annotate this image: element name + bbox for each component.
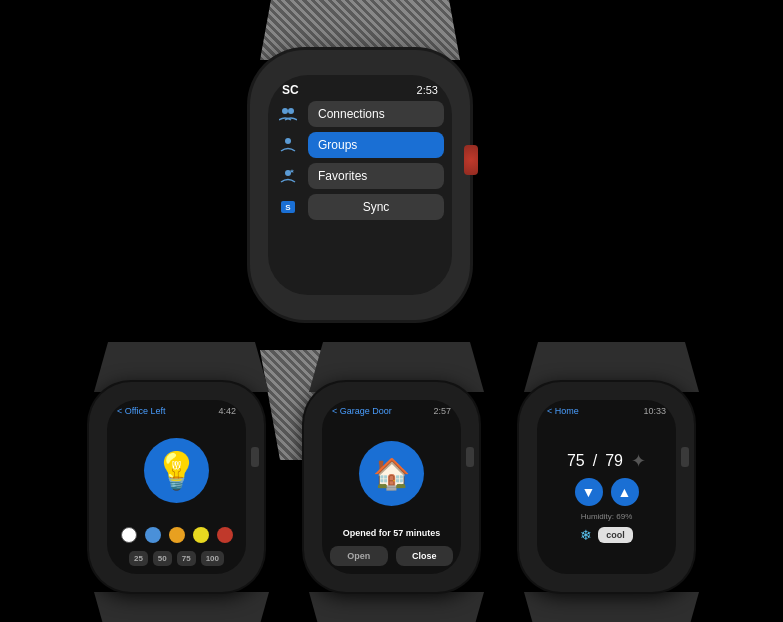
sw-crown-2 [466,447,474,467]
menu-row-favorites: Favorites [276,163,444,189]
home-back[interactable]: < Home [547,406,579,416]
watch-header: SC 2:53 [268,75,452,101]
favorites-icon [276,164,300,188]
pct-75[interactable]: 75 [177,551,196,566]
office-back[interactable]: < Office Left [117,406,166,416]
watch-crown [464,145,478,175]
temp-display: 75 / 79 ✦ [567,450,646,472]
home-content: 75 / 79 ✦ ▼ ▲ Humidity: 69% ❄ cool [537,418,676,574]
temp-up-button[interactable]: ▲ [611,478,639,506]
small-watches-row: < Office Left 4:42 💡 25 50 75 [0,372,783,612]
sw-body-1: < Office Left 4:42 💡 25 50 75 [89,382,264,592]
dot-blue[interactable] [145,527,161,543]
watch-body: SC 2:53 Connections [250,50,470,320]
favorites-button[interactable]: Favorites [308,163,444,189]
temp-current: 75 [567,452,585,470]
sw-band-bottom-3 [524,592,699,622]
temp-target: 79 [605,452,623,470]
menu-row-groups: Groups [276,132,444,158]
sw-band-bottom-2 [309,592,484,622]
main-watch: SC 2:53 Connections [200,10,540,390]
pct-25[interactable]: 25 [129,551,148,566]
groups-icon [276,133,300,157]
dot-white[interactable] [121,527,137,543]
temp-controls: ▼ ▲ [575,478,639,506]
close-button[interactable]: Close [396,546,454,566]
sw-body-3: < Home 10:33 75 / 79 ✦ ▼ ▲ Humidity [519,382,694,592]
garage-header: < Garage Door 2:57 [322,400,461,418]
connections-button[interactable]: Connections [308,101,444,127]
sync-button[interactable]: Sync [308,194,444,220]
svg-point-3 [285,170,291,176]
menu-row-connections: Connections [276,101,444,127]
office-time: 4:42 [218,406,236,416]
snowflake-icon: ❄ [580,527,592,543]
watch-screen-main: SC 2:53 Connections [268,75,452,295]
office-watch: < Office Left 4:42 💡 25 50 75 [79,372,274,612]
pct-100[interactable]: 100 [201,551,224,566]
sw-band-bottom-1 [94,592,269,622]
bulb-area: 💡 [107,418,246,523]
menu-row-sync: S Sync [276,194,444,220]
garage-area: 🏠 [322,418,461,528]
pct-buttons: 25 50 75 100 [107,547,246,574]
dot-red[interactable] [217,527,233,543]
home-screen: < Home 10:33 75 / 79 ✦ ▼ ▲ Humidity [537,400,676,574]
open-button[interactable]: Open [330,546,388,566]
sw-crown-1 [251,447,259,467]
bulb-icon[interactable]: 💡 [144,438,209,503]
svg-point-2 [285,138,291,144]
connections-icon [276,102,300,126]
watch-initials: SC [282,83,299,97]
office-screen: < Office Left 4:42 💡 25 50 75 [107,400,246,574]
mode-buttons: ❄ cool [580,527,633,543]
sync-icon: S [276,195,300,219]
svg-text:S: S [285,203,291,212]
garage-status: Opened for 57 minutes [322,528,461,546]
home-time: 10:33 [643,406,666,416]
color-dots [107,523,246,547]
garage-back[interactable]: < Garage Door [332,406,392,416]
garage-screen: < Garage Door 2:57 🏠 Opened for 57 minut… [322,400,461,574]
groups-button[interactable]: Groups [308,132,444,158]
temp-down-button[interactable]: ▼ [575,478,603,506]
home-watch: < Home 10:33 75 / 79 ✦ ▼ ▲ Humidity [509,372,704,612]
pct-50[interactable]: 50 [153,551,172,566]
home-header: < Home 10:33 [537,400,676,418]
cool-button[interactable]: cool [598,527,633,543]
garage-icon[interactable]: 🏠 [359,441,424,506]
garage-time: 2:57 [433,406,451,416]
menu-items: Connections Groups [268,101,452,295]
humidity-label: Humidity: 69% [581,512,633,521]
fan-icon: ✦ [631,450,646,472]
temp-sep: / [593,452,597,470]
svg-point-1 [288,108,294,114]
sw-crown-3 [681,447,689,467]
garage-buttons: Open Close [322,546,461,574]
sw-body-2: < Garage Door 2:57 🏠 Opened for 57 minut… [304,382,479,592]
dot-yellow[interactable] [193,527,209,543]
office-header: < Office Left 4:42 [107,400,246,418]
watch-time-main: 2:53 [417,84,438,96]
svg-point-0 [282,108,288,114]
dot-orange[interactable] [169,527,185,543]
garage-watch: < Garage Door 2:57 🏠 Opened for 57 minut… [294,372,489,612]
